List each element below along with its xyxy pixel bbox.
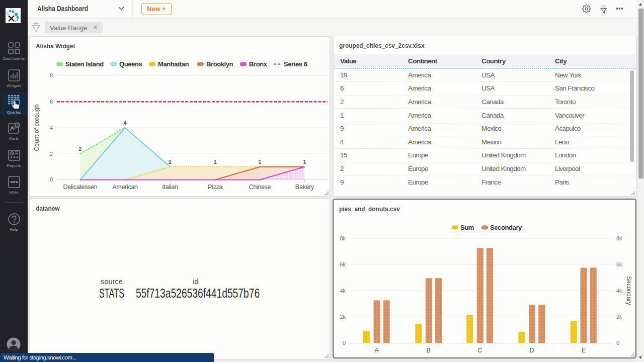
svg-text:Secondary: Secondary — [625, 276, 632, 305]
svg-text:2k: 2k — [340, 314, 346, 320]
svg-text:8k: 8k — [340, 235, 346, 241]
svg-text:D: D — [529, 347, 534, 354]
svg-text:1: 1 — [169, 159, 172, 165]
svg-text:4k: 4k — [616, 288, 622, 294]
svg-text:6k: 6k — [616, 261, 622, 267]
svg-text:2k: 2k — [616, 314, 622, 320]
svg-text:Delicatessen: Delicatessen — [63, 184, 97, 191]
svg-text:C: C — [477, 347, 482, 354]
svg-text:Staten Island: Staten Island — [65, 60, 104, 68]
svg-text:Count of borough: Count of borough — [33, 105, 40, 151]
svg-text:1: 1 — [214, 159, 217, 165]
svg-text:0: 0 — [50, 176, 53, 183]
svg-text:American: American — [112, 184, 138, 191]
svg-text:Manhattan: Manhattan — [158, 60, 189, 68]
svg-text:8k: 8k — [616, 235, 622, 241]
svg-text:2: 2 — [78, 146, 82, 152]
svg-text:E: E — [582, 347, 586, 354]
svg-text:4: 4 — [124, 120, 127, 126]
svg-text:B: B — [427, 347, 431, 354]
svg-text:6: 6 — [50, 99, 53, 105]
svg-text:A: A — [374, 347, 379, 354]
svg-text:Brooklyn: Brooklyn — [206, 60, 233, 68]
svg-text:Bronx: Bronx — [249, 60, 268, 68]
svg-text:4: 4 — [50, 125, 53, 131]
svg-text:0: 0 — [343, 340, 346, 346]
svg-text:Pizza: Pizza — [208, 184, 222, 191]
svg-text:6k: 6k — [340, 261, 346, 267]
svg-text:1: 1 — [303, 159, 306, 165]
svg-text:4k: 4k — [340, 288, 346, 294]
svg-text:0: 0 — [616, 340, 619, 346]
svg-text:2: 2 — [50, 151, 53, 157]
svg-text:Sum: Sum — [460, 224, 474, 231]
svg-text:Queens: Queens — [119, 60, 142, 68]
svg-text:Series 6: Series 6 — [284, 60, 307, 68]
svg-text:Chinese: Chinese — [249, 184, 271, 191]
svg-text:Secondary: Secondary — [490, 224, 522, 231]
svg-text:Italian: Italian — [162, 184, 178, 191]
svg-text:8: 8 — [50, 72, 53, 78]
svg-text:Bakery: Bakery — [295, 184, 314, 191]
svg-text:1: 1 — [258, 159, 261, 165]
